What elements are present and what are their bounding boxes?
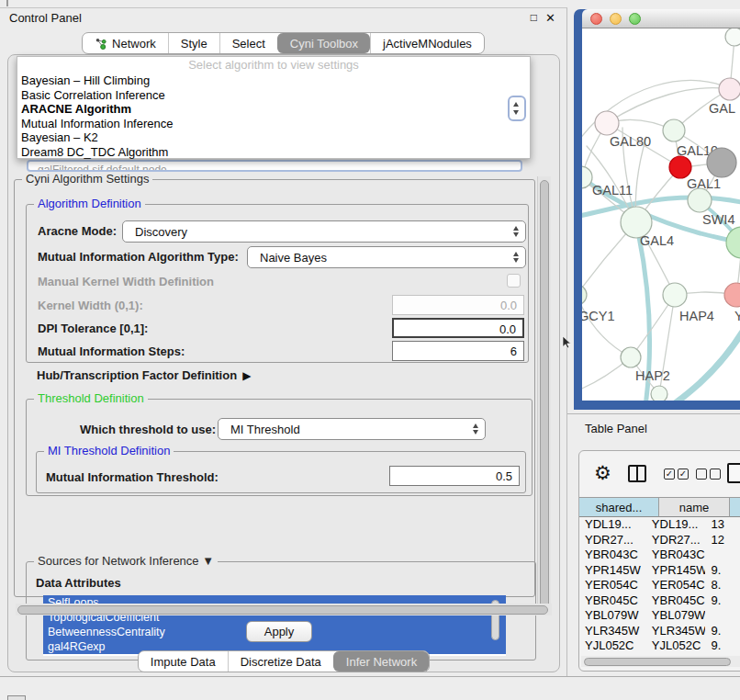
columns-icon[interactable] [628,465,646,482]
table-row[interactable]: YBR045CYBR045C9. [579,593,740,609]
mi-threshold-definition-title: MI Threshold Definition [44,444,174,457]
sources-expander[interactable]: Sources for Network Inference ▼ [34,554,218,568]
table-row[interactable]: YBL079WYBL079W [579,608,740,624]
node-label-swi4: SWI4 [702,212,734,227]
network-node[interactable] [707,148,736,177]
network-node-gal[interactable] [719,78,740,100]
expander-right-arrow-icon: ▶ [242,369,251,382]
which-threshold-select[interactable]: MI Threshold [218,418,486,440]
network-node-gal1[interactable] [669,156,691,178]
table-cell: YER054C [579,578,646,593]
table-header-row: shared...nameA... [579,497,740,517]
manual-kernel-width-checkbox[interactable] [507,274,521,288]
table-row[interactable]: YER054CYER054C8. [579,578,740,593]
tab-label: Impute Data [151,655,216,669]
table-row[interactable]: YDR27...YDR27...12 [579,533,740,548]
column-header-a[interactable]: A... [730,497,740,517]
mi-threshold-definition-group: MI Threshold Definition Mutual Informati… [36,451,526,493]
expander-down-arrow-icon: ▼ [202,554,214,568]
mi-algorithm-type-select[interactable]: Naive Bayes [247,246,526,268]
select-all-checkbox-icon[interactable]: ✓ [664,469,675,480]
network-node-gal10[interactable] [663,119,685,141]
table-cell: YJL052C [646,638,706,654]
table-cell: YBL079W [646,608,706,624]
kernel-width-field[interactable]: 0.0 [392,295,524,315]
tab-label: Cyni Toolbox [290,37,358,51]
tab-impute-data[interactable]: Impute Data [139,651,228,672]
network-edge[interactable] [582,295,631,357]
network-node-gcy1[interactable] [582,285,587,305]
close-window-icon[interactable]: ✕ [545,11,555,25]
mi-threshold-label: Mutual Information Threshold: [46,470,219,484]
tab-select[interactable]: Select [219,33,277,53]
cyni-bottom-tabbar: Impute DataDiscretize DataInfer Network [8,650,559,672]
which-threshold-value: MI Threshold [230,423,300,436]
table-row[interactable]: YDL19...YDL19...13 [579,517,740,533]
table-row[interactable]: YJL052CYJL052C9. [579,638,740,654]
data-table-combobox-occluded[interactable]: galFiltered sif default node [27,160,522,172]
algorithm-dropdown-prompt: Select algorithm to view settings [17,57,530,73]
tab-cyni-toolbox[interactable]: Cyni Toolbox [277,33,370,53]
network-node-y[interactable] [724,283,740,307]
settings-vertical-scrollbar-thumb[interactable] [540,180,549,608]
table-row[interactable]: YLR345WYLR345W9. [579,624,740,639]
algorithm-option-aracne-algorithm[interactable]: ARACNE Algorithm [17,102,530,117]
table-horizontal-scrollbar-thumb[interactable] [584,658,731,666]
network-node-gal80[interactable] [595,111,619,135]
algorithm-option-bayesian-hill-climbing[interactable]: Bayesian – Hill Climbing [17,73,530,88]
table-horizontal-scrollbar-track[interactable] [581,656,740,667]
document-icon[interactable] [727,463,740,483]
column-header-name[interactable]: name [659,497,730,517]
network-node[interactable] [725,28,740,46]
algorithm-option-basic-correlation-inference[interactable]: Basic Correlation Inference [17,88,530,103]
network-node-hap2[interactable] [621,347,641,367]
gear-icon[interactable]: ⚙ [594,462,611,484]
settings-horizontal-scrollbar-track[interactable] [16,604,552,615]
algorithm-option-mutual-information-inference[interactable]: Mutual Information Inference [17,117,530,131]
table-row[interactable]: YBR043CYBR043C [579,548,740,563]
control-panel-titlebar[interactable]: Control Panel □ ✕ [0,8,566,28]
float-window-icon[interactable]: □ [531,11,537,24]
settings-vertical-scrollbar-track[interactable] [537,176,551,615]
node-label-hap2: HAP2 [635,368,670,383]
control-panel-tabbar: NetworkStyleSelectCyni ToolboxjActiveMNo… [0,32,566,54]
aracne-mode-select[interactable]: Discovery [122,220,526,243]
select-all-checkbox-icon[interactable]: ✓ [678,469,689,480]
table-cell [705,608,740,624]
tab-infer-network[interactable]: Infer Network [333,651,429,672]
minimized-panel-icon[interactable] [7,695,26,700]
tab-jactivemnodules[interactable]: jActiveMNodules [370,33,484,53]
network-node[interactable] [651,386,667,401]
close-traffic-light-icon[interactable] [590,13,602,25]
table-cell: YBR043C [646,548,706,563]
tab-style[interactable]: Style [168,33,219,53]
network-node[interactable] [726,227,740,258]
minimize-traffic-light-icon[interactable] [610,13,622,25]
table-cell: YBR043C [579,548,646,563]
table-row[interactable]: YPR145WYPR145W9. [579,563,740,579]
settings-horizontal-scrollbar-thumb[interactable] [17,605,548,615]
sources-title: Sources for Network Inference [38,554,199,568]
deselect-all-checkbox-icon[interactable] [710,469,721,480]
algorithm-dropdown-popup: Select algorithm to view settings Bayesi… [17,56,531,159]
zoom-traffic-light-icon[interactable] [629,13,641,25]
column-header-shared[interactable]: shared... [579,497,659,517]
mi-steps-field[interactable]: 6 [392,341,524,361]
network-canvas[interactable]: GALGAL80GAL10GAL1GAL11SWI4GAL4GCY1HAP4YH… [582,28,740,401]
table-cell: 9. [705,624,740,639]
network-node-hap4[interactable] [663,283,687,307]
table-cell: YDR27... [646,533,706,548]
deselect-all-checkbox-icon[interactable] [696,469,707,480]
network-node-swi4[interactable] [688,188,712,212]
aracne-mode-value: Discovery [135,225,187,239]
dpi-tolerance-field[interactable]: 0.0 [392,318,524,338]
algorithm-option-dream8-dc-tdc-algorithm[interactable]: Dream8 DC_TDC Algorithm [17,145,530,160]
tab-network[interactable]: Network [83,33,168,53]
algorithm-option-bayesian-k2[interactable]: Bayesian – K2 [17,130,530,145]
tab-discretize-data[interactable]: Discretize Data [228,651,333,672]
algorithm-option-list: Bayesian – Hill ClimbingBasic Correlatio… [17,73,530,160]
mi-threshold-field[interactable]: 0.5 [389,466,520,486]
hub-transcription-factor-expander[interactable]: Hub/Transcription Factor Definition▶ [37,368,251,382]
apply-button[interactable]: Apply [246,621,312,642]
network-window-titlebar[interactable] [582,9,740,28]
